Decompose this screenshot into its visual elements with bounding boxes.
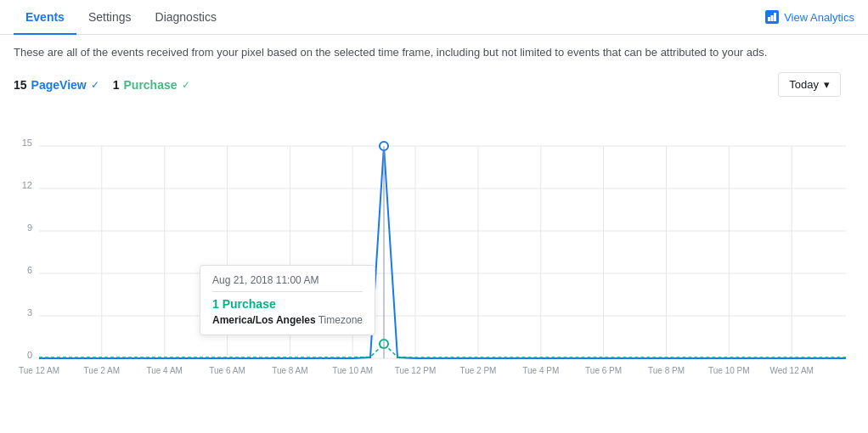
legend-row: 15 PageView ✓ 1 Purchase ✓ Today ▾ [0, 67, 868, 104]
svg-rect-1 [771, 15, 774, 21]
svg-text:Tue 12 PM: Tue 12 PM [395, 366, 437, 375]
tab-bar: Events Settings Diagnostics View Analyti… [0, 0, 868, 35]
svg-text:Tue 10 AM: Tue 10 AM [332, 366, 373, 375]
tab-settings[interactable]: Settings [76, 0, 144, 34]
today-button[interactable]: Today ▾ [778, 72, 841, 97]
svg-text:Tue 10 PM: Tue 10 PM [708, 366, 750, 375]
svg-text:Tue 2 AM: Tue 2 AM [84, 366, 120, 375]
chart-container: 0 3 6 9 12 15 [0, 104, 868, 386]
svg-text:Tue 8 AM: Tue 8 AM [272, 366, 307, 375]
legend-pageview: 15 PageView ✓ [14, 78, 99, 92]
svg-text:Tue 6 AM: Tue 6 AM [209, 366, 245, 375]
svg-text:Tue 6 PM: Tue 6 PM [585, 366, 622, 375]
svg-text:Tue 8 PM: Tue 8 PM [648, 366, 685, 375]
chart-svg: 0 3 6 9 12 15 [14, 104, 854, 384]
description-text: These are all of the events received fro… [0, 35, 868, 67]
svg-text:6: 6 [27, 265, 32, 275]
svg-rect-0 [768, 17, 770, 21]
svg-text:Tue 12 AM: Tue 12 AM [19, 366, 59, 375]
purchase-line [39, 344, 846, 357]
svg-text:3: 3 [27, 307, 32, 318]
svg-text:9: 9 [27, 222, 32, 233]
chevron-down-icon: ▾ [824, 78, 830, 91]
app-container: Events Settings Diagnostics View Analyti… [0, 0, 868, 433]
legend-purchase: 1 Purchase ✓ [113, 78, 190, 92]
svg-text:0: 0 [27, 350, 32, 360]
svg-rect-2 [774, 13, 776, 21]
pageview-check-icon: ✓ [91, 79, 99, 91]
svg-text:15: 15 [22, 138, 32, 148]
purchase-check-icon: ✓ [182, 79, 190, 91]
svg-text:12: 12 [22, 180, 32, 190]
tab-events[interactable]: Events [14, 0, 76, 34]
svg-text:Tue 4 PM: Tue 4 PM [522, 366, 559, 375]
analytics-icon [765, 10, 779, 24]
pageview-line [39, 146, 846, 358]
tab-diagnostics[interactable]: Diagnostics [144, 0, 228, 34]
svg-text:Tue 2 PM: Tue 2 PM [459, 366, 496, 375]
svg-text:Tue 4 AM: Tue 4 AM [146, 366, 182, 375]
svg-text:Wed 12 AM: Wed 12 AM [769, 366, 814, 375]
view-analytics-button[interactable]: View Analytics [765, 10, 854, 24]
